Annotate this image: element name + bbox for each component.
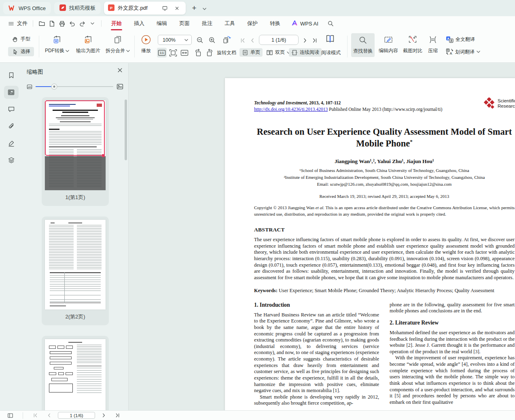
split-merge-icon [104, 34, 132, 46]
previous-page-button[interactable] [248, 36, 257, 45]
export-image-icon [74, 34, 103, 46]
read-mode-icon[interactable] [325, 34, 335, 44]
right-column: phone are in the following, quality asse… [390, 302, 515, 407]
split-merge-button[interactable]: 拆分合并 [104, 34, 132, 54]
thumbnail-page-3[interactable] [45, 339, 106, 410]
zoom-in-icon[interactable] [207, 35, 217, 45]
annotate-pen-icon[interactable] [4, 137, 19, 150]
thumbnail-card-1[interactable]: 1(第1页) [42, 97, 109, 206]
slider-track[interactable] [36, 86, 113, 87]
email-line: Email: scutwjp@126.com, zhuyahui0819@qq.… [254, 181, 515, 187]
tab-docer-templates[interactable]: 找稻壳模板 [54, 2, 101, 14]
rotate-document-icon[interactable] [222, 35, 231, 45]
pdf-file-icon: P [108, 4, 114, 12]
screenshot-compare-button[interactable]: 截图对比 [401, 34, 424, 54]
panel-scrollbar[interactable] [125, 100, 127, 160]
paper-authors: Jiangping Wan¹,², Yahui Zhu¹, Jiajun Hou… [254, 158, 515, 165]
menu-item-page[interactable]: 页面 [173, 16, 196, 31]
next-page-button[interactable] [99, 411, 109, 420]
affiliation-1: ¹School of Business Administration, Sout… [254, 168, 515, 173]
bookmarks-icon[interactable] [4, 69, 19, 82]
pdf-convert-icon: W [42, 34, 72, 46]
read-mode-label[interactable]: 阅读模式 [319, 49, 343, 57]
wps-ai-menu[interactable]: WPS AI [286, 20, 323, 27]
attachments-icon[interactable] [4, 120, 19, 133]
hamburger-menu-icon [8, 21, 14, 27]
svg-text:W: W [55, 40, 57, 42]
menu-item-comment[interactable]: 批注 [196, 16, 218, 31]
play-slideshow-button[interactable]: 播放 [137, 34, 155, 54]
undo-icon[interactable] [67, 19, 77, 28]
double-page-icon [266, 49, 273, 56]
page-number-field[interactable]: 1 (1/6) [259, 35, 299, 45]
compress-button[interactable]: 压缩 [426, 34, 440, 54]
thumbnail-viewport-handle[interactable] [102, 154, 105, 157]
close-tab-icon[interactable] [173, 4, 182, 13]
tab-label: 找稻壳模板 [69, 4, 95, 12]
zoom-out-icon[interactable] [195, 35, 205, 45]
thumbnail-label: 2(第2页) [45, 313, 106, 320]
pdf-convert-button[interactable]: W PDF转换 [42, 34, 72, 54]
save-icon[interactable] [47, 19, 57, 28]
thumbnail-size-slider[interactable] [27, 83, 123, 90]
menu-bar: 文件 开始 插入 编辑 页面 批注 工具 保护 转换 WPS AI [0, 16, 515, 31]
fit-width-icon[interactable] [180, 48, 189, 57]
new-tab-button[interactable]: + [189, 4, 199, 13]
last-page-button[interactable] [112, 411, 123, 420]
rotate-document-label[interactable]: 旋转文档 [214, 49, 239, 57]
document-viewer[interactable]: Technology and Investment, 2013, 4, 107-… [129, 63, 515, 410]
menu-item-insert[interactable]: 插入 [128, 16, 150, 31]
edit-content-button[interactable]: 编辑内容 [377, 34, 400, 54]
toggle-sidebar-icon[interactable] [5, 411, 15, 420]
hand-tool-button[interactable]: 手型 [8, 34, 34, 44]
zoom-level-select[interactable]: 100% [158, 35, 192, 45]
first-page-button[interactable] [238, 36, 248, 45]
menu-item-home[interactable]: 开始 [105, 16, 128, 31]
rotate-right-icon[interactable] [205, 48, 214, 57]
thumbnail-page-2[interactable] [45, 220, 106, 310]
first-page-button[interactable] [30, 411, 40, 420]
search-icon[interactable] [326, 19, 336, 28]
menu-item-protect[interactable]: 保护 [241, 16, 264, 31]
cursor-select-icon [12, 49, 18, 55]
word-translate-button[interactable]: A 划词翻译 [443, 47, 483, 56]
thumbnail-viewport-rect[interactable] [45, 100, 105, 156]
find-replace-button[interactable]: 查找替换 [351, 33, 375, 57]
file-menu-button[interactable]: 文件 [6, 20, 29, 27]
rotate-left-icon[interactable] [193, 48, 203, 57]
previous-page-button[interactable] [44, 411, 54, 420]
export-as-image-button[interactable]: 输出为图片 [74, 34, 103, 54]
page-number-field[interactable]: 1 (1/6) [58, 412, 95, 419]
thumbnail-card-2[interactable]: 2(第2页) [42, 216, 109, 325]
full-translate-icon: A [446, 36, 454, 43]
close-panel-icon[interactable] [117, 68, 123, 73]
thumbnail-page-1[interactable] [45, 100, 106, 190]
menu-item-tools[interactable]: 工具 [218, 16, 241, 31]
select-tool-button[interactable]: 选择 [8, 47, 34, 56]
single-page-button[interactable]: 单页 [239, 48, 263, 57]
doi-link[interactable]: http://dx.doi.org/10.4236/ti.2013.42013 [254, 107, 328, 112]
comments-icon[interactable] [4, 103, 19, 116]
tab-list-chevron[interactable] [203, 4, 206, 12]
thumbnail-card-3[interactable] [42, 336, 109, 410]
open-file-icon[interactable] [37, 19, 47, 28]
redo-icon[interactable] [77, 19, 87, 28]
more-quick-tools-chevron[interactable] [87, 19, 97, 28]
next-page-button[interactable] [300, 36, 310, 45]
thumbnails-icon[interactable] [4, 86, 19, 99]
continuous-reading-button[interactable]: 连续阅读 [289, 48, 322, 57]
actual-size-icon[interactable]: 1:1 [157, 48, 167, 57]
menu-item-convert[interactable]: 转换 [264, 16, 286, 31]
slider-thumb[interactable] [51, 84, 57, 90]
menu-item-edit[interactable]: 编辑 [150, 16, 173, 31]
pdf-page: Technology and Investment, 2013, 4, 107-… [225, 78, 515, 410]
full-text-translate-button[interactable]: A 全文翻译 [443, 35, 477, 44]
layers-icon[interactable] [4, 154, 19, 167]
fit-page-icon[interactable] [168, 48, 178, 57]
tab-wps-office[interactable]: WPS Office [3, 2, 51, 14]
tab-document-pdf[interactable]: P 外文原文.pdf [104, 2, 186, 15]
last-page-button[interactable] [310, 36, 320, 45]
print-icon[interactable] [57, 19, 67, 28]
screenshot-compare-icon [401, 34, 424, 46]
enter-fullscreen-icon[interactable] [161, 4, 170, 13]
